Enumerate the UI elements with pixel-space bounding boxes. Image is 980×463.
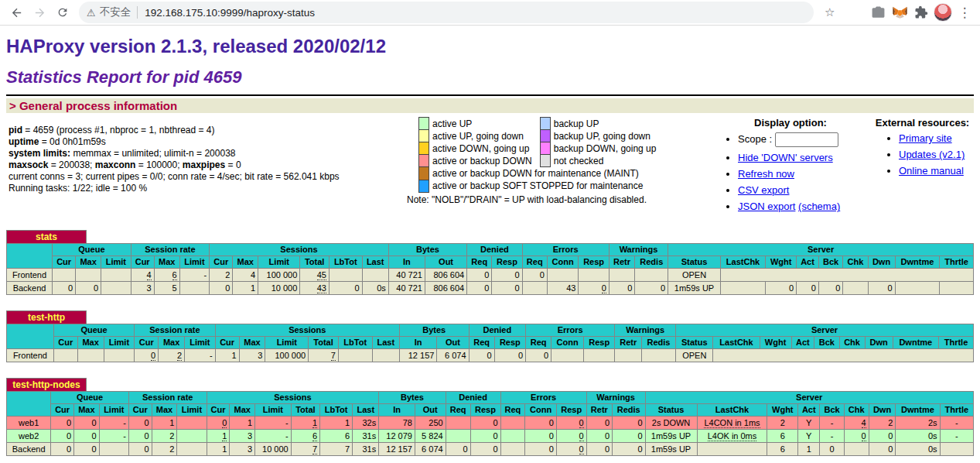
column-header: Resp [584, 337, 615, 349]
json-export-item: JSON export (schema) [738, 201, 871, 212]
column-header: Dwn [868, 256, 895, 269]
table-row-web2: web200-02 13-6631s12 0795 824 0 00001m59… [7, 430, 974, 443]
browser-menu-icon[interactable]: ⋮ [954, 2, 975, 23]
display-option-link[interactable]: CSV export [738, 184, 789, 196]
column-header: Last [353, 404, 379, 417]
external-resources-heading: External resources: [871, 117, 974, 129]
tooltip-value: 45 [317, 270, 326, 280]
table-cell [500, 417, 525, 430]
column-group-header: Warnings [615, 324, 676, 337]
table-cell [697, 443, 767, 456]
column-header: Total [300, 256, 330, 269]
tooltip-value: 0 [151, 351, 155, 361]
forward-icon[interactable] [28, 2, 51, 23]
column-group-header-row: QueueSession rateSessionsBytesDeniedErro… [7, 244, 974, 256]
table-cell: 1 [152, 417, 177, 430]
column-header: LbTot [320, 404, 353, 417]
column-header: Cur [128, 404, 152, 417]
table-cell: 0 [53, 282, 76, 295]
json-export-link[interactable]: JSON export [738, 201, 795, 212]
table-cell: 6 [154, 269, 179, 282]
extensions-puzzle-icon[interactable] [910, 2, 932, 23]
column-header: Resp [494, 337, 525, 349]
table-cell: 2 [767, 417, 798, 430]
table-cell: 0 [869, 443, 896, 456]
column-header: Limit [99, 404, 128, 417]
table-cell: - [185, 349, 216, 362]
table-cell: 4 [233, 269, 258, 282]
table-cell: 0 [579, 282, 609, 295]
table-cell: 40 721 [388, 269, 425, 282]
table-cell [338, 349, 372, 362]
table-cell [446, 417, 470, 430]
process-info-line: system limits: memmax = unlimited; ulimi… [9, 148, 407, 159]
column-header: Req [446, 404, 470, 417]
tooltip-value: 4 [147, 270, 152, 280]
reload-icon[interactable] [51, 2, 74, 23]
page-title: HAProxy version 2.1.3, released 2020/02/… [6, 36, 974, 57]
legend-note: Note: "NOLB"/"DRAIN" = UP with load-bala… [407, 194, 710, 205]
url-text[interactable]: 192.168.175.10:9999/haproxy-status [145, 7, 315, 19]
display-options-list: Scope :Hide 'DOWN' serversRefresh nowCSV… [710, 132, 871, 212]
bookmark-star-icon[interactable]: ☆ [825, 5, 835, 19]
column-header: Req [526, 337, 551, 349]
table-cell: Y [798, 417, 820, 430]
column-header: Wght [760, 337, 791, 349]
table-cell: 6 [767, 430, 798, 443]
legend-label: active or backup DOWN for maintenance (M… [429, 167, 664, 180]
column-header: Bck [820, 404, 844, 417]
display-option-link[interactable]: Refresh now [738, 168, 794, 180]
json-schema-link[interactable]: (schema) [798, 201, 840, 212]
column-header: Status [668, 256, 721, 269]
display-option-link[interactable]: Hide 'DOWN' servers [738, 152, 833, 163]
table-cell [500, 430, 525, 443]
column-header-row: CurMaxLimitCurMaxLimitCurMaxLimitTotalLb… [7, 256, 974, 269]
column-header-row: CurMaxLimitCurMaxLimitCurMaxLimitTotalLb… [7, 404, 974, 417]
table-cell: 0 [525, 430, 556, 443]
tooltip-value: 43 [317, 283, 326, 293]
column-header: Cur [53, 337, 77, 349]
table-cell: 4 [844, 417, 869, 430]
security-label[interactable]: 不安全 [100, 5, 131, 19]
table-cell [329, 269, 362, 282]
row-label: web1 [7, 417, 51, 430]
not-secure-warning-icon[interactable]: ⚠ [87, 7, 96, 19]
table-cell: OPEN [676, 349, 713, 362]
legend-row: active or backup SOFT STOPPED for mainte… [419, 180, 664, 192]
external-resource-link[interactable]: Online manual [899, 165, 964, 177]
table-cell [547, 269, 579, 282]
profile-avatar[interactable] [932, 2, 954, 23]
legend-label: active or backup SOFT STOPPED for mainte… [429, 180, 664, 192]
column-header: Max [159, 337, 185, 349]
back-icon[interactable] [5, 2, 28, 23]
screenshot-extension-icon[interactable] [867, 2, 889, 23]
tooltip-value: 0 [579, 444, 584, 454]
external-resource-link[interactable]: Primary site [899, 132, 952, 144]
table-cell [844, 443, 869, 456]
column-header: Thrtle [940, 404, 973, 417]
table-cell: 0 [635, 282, 668, 295]
column-header: Status [676, 337, 713, 349]
table-cell: - [820, 430, 844, 443]
tooltip-value: 0 [579, 431, 584, 441]
legend-row: active UP, going downbackup UP, going do… [419, 130, 664, 142]
table-cell: 6 074 [437, 349, 469, 362]
scope-input[interactable] [775, 132, 838, 147]
table-cell: 0 [556, 417, 586, 430]
column-header: Wght [767, 404, 798, 417]
column-header: Max [152, 404, 177, 417]
table-cell: 0 [74, 430, 100, 443]
legend-color-swatch [419, 167, 429, 180]
table-cell: 2 [210, 269, 233, 282]
table-cell: 0s [896, 443, 940, 456]
table-cell: 0 [51, 443, 74, 456]
external-resource-link[interactable]: Updates (v2.1) [899, 149, 965, 160]
table-cell [713, 349, 974, 362]
table-cell: 10 000 [258, 282, 300, 295]
tooltip-value: 0 [579, 418, 584, 428]
table-cell: 0 [492, 269, 522, 282]
address-bar[interactable]: ⚠ 不安全 192.168.175.10:9999/haproxy-status [79, 2, 814, 23]
metamask-fox-icon[interactable] [889, 2, 910, 23]
table-cell: 0 [797, 282, 819, 295]
legend-color-swatch [540, 155, 550, 167]
